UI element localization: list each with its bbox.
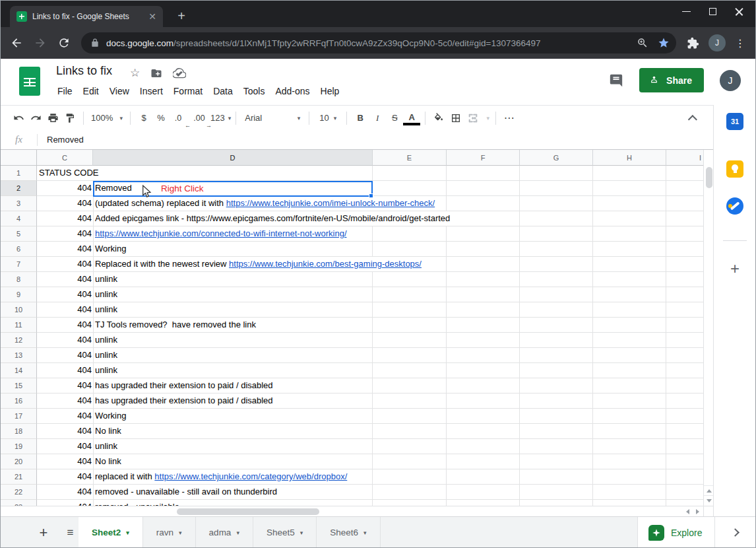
row-header-19[interactable]: 19 bbox=[1, 439, 37, 454]
bookmark-star-icon[interactable] bbox=[658, 37, 670, 49]
format-percent-button[interactable]: % bbox=[152, 110, 170, 127]
cell-link[interactable]: https://www.techjunkie.com/connected-to-… bbox=[95, 228, 347, 238]
back-icon[interactable] bbox=[10, 36, 23, 50]
cell-c23[interactable]: 404 bbox=[37, 500, 92, 506]
sheet-tab-sheet5[interactable]: Sheet5▾ bbox=[253, 517, 317, 548]
cell-c16[interactable]: 404 bbox=[37, 394, 92, 408]
menu-help[interactable]: Help bbox=[315, 83, 345, 100]
horizontal-scrollbar[interactable] bbox=[1, 506, 703, 516]
row-header-5[interactable]: 5 bbox=[1, 226, 37, 242]
cell-c9[interactable]: 404 bbox=[37, 287, 92, 302]
show-side-panel-button[interactable] bbox=[714, 517, 755, 548]
row-header-3[interactable]: 3 bbox=[1, 196, 37, 211]
cell-c2[interactable]: 404 bbox=[37, 181, 92, 195]
menu-format[interactable]: Format bbox=[168, 83, 208, 100]
cell-link[interactable]: https://www.techjunkie.com/imei-unlock-n… bbox=[226, 198, 435, 208]
sheet-tab-menu-icon[interactable]: ▾ bbox=[300, 530, 303, 536]
account-avatar[interactable]: J bbox=[720, 70, 741, 91]
cell-d5[interactable]: https://www.techjunkie.com/connected-to-… bbox=[95, 226, 348, 241]
keep-icon[interactable] bbox=[726, 160, 743, 178]
column-header-i[interactable]: I bbox=[666, 150, 703, 166]
cell-c22[interactable]: 404 bbox=[37, 485, 92, 499]
undo-button[interactable] bbox=[10, 110, 27, 127]
sheet-tab-menu-icon[interactable]: ▾ bbox=[363, 530, 367, 536]
cell-d9[interactable]: unlink bbox=[95, 287, 119, 302]
column-header-f[interactable]: F bbox=[447, 150, 520, 166]
cell-d6[interactable]: Working bbox=[95, 242, 127, 256]
cell-d16[interactable]: has upgraded their extension to paid / d… bbox=[95, 394, 274, 408]
collapse-toolbar-button[interactable] bbox=[685, 110, 703, 127]
sheet-tab-menu-icon[interactable]: ▾ bbox=[126, 530, 129, 536]
cell-d23[interactable]: removed - unavailable bbox=[95, 500, 181, 506]
row-header-18[interactable]: 18 bbox=[1, 424, 37, 439]
row-header-23[interactable]: 23 bbox=[1, 500, 37, 506]
reload-icon[interactable] bbox=[57, 36, 71, 50]
column-header-e[interactable]: E bbox=[373, 150, 447, 166]
menu-tools[interactable]: Tools bbox=[238, 83, 270, 100]
cell-c1[interactable]: STATUS CODE bbox=[39, 166, 100, 180]
add-sheet-button[interactable]: + bbox=[35, 524, 52, 541]
row-header-10[interactable]: 10 bbox=[1, 302, 37, 318]
explore-button[interactable]: Explore bbox=[637, 517, 714, 548]
row-header-13[interactable]: 13 bbox=[1, 348, 37, 363]
text-color-button[interactable]: A bbox=[403, 112, 420, 125]
row-header-14[interactable]: 14 bbox=[1, 363, 37, 378]
extensions-icon[interactable] bbox=[687, 37, 699, 50]
menu-insert[interactable]: Insert bbox=[135, 83, 168, 100]
move-to-folder-icon[interactable] bbox=[150, 67, 162, 79]
increase-decimal-button[interactable]: .00→ bbox=[191, 110, 208, 127]
row-header-17[interactable]: 17 bbox=[1, 409, 37, 424]
cell-c4[interactable]: 404 bbox=[37, 211, 92, 226]
chrome-menu-icon[interactable]: ⋮ bbox=[735, 37, 744, 50]
comment-history-icon[interactable] bbox=[609, 73, 623, 88]
cell-d10[interactable]: unlink bbox=[95, 302, 119, 317]
column-header-h[interactable]: H bbox=[593, 150, 666, 166]
scroll-left-button[interactable] bbox=[683, 506, 693, 516]
cell-c13[interactable]: 404 bbox=[37, 348, 92, 362]
bold-button[interactable]: B bbox=[352, 110, 369, 127]
row-header-11[interactable]: 11 bbox=[1, 318, 37, 333]
menu-view[interactable]: View bbox=[104, 83, 135, 100]
sheet-tab-adma[interactable]: adma▾ bbox=[196, 517, 253, 548]
font-family-select[interactable]: Arial▾ bbox=[241, 110, 304, 127]
cell-c10[interactable]: 404 bbox=[37, 302, 92, 317]
cell-c3[interactable]: 404 bbox=[37, 196, 92, 211]
menu-file[interactable]: File bbox=[52, 83, 78, 100]
cell-c6[interactable]: 404 bbox=[37, 242, 92, 256]
row-header-21[interactable]: 21 bbox=[1, 469, 37, 485]
column-header-g[interactable]: G bbox=[520, 150, 593, 166]
fill-color-button[interactable] bbox=[430, 110, 447, 127]
cell-d11[interactable]: TJ Tools removed? have removed the link bbox=[95, 318, 257, 332]
redo-button[interactable] bbox=[27, 110, 44, 127]
zoom-select[interactable]: 100%▾ bbox=[88, 110, 125, 127]
row-header-7[interactable]: 7 bbox=[1, 257, 37, 272]
window-minimize-button[interactable] bbox=[682, 11, 691, 13]
cell-c21[interactable]: 404 bbox=[37, 469, 92, 484]
sheet-tab-menu-icon[interactable]: ▾ bbox=[179, 530, 182, 536]
menu-edit[interactable]: Edit bbox=[78, 83, 104, 100]
formula-bar-value[interactable]: Removed bbox=[38, 135, 84, 145]
print-button[interactable] bbox=[44, 110, 61, 127]
column-header-d[interactable]: D bbox=[93, 150, 373, 166]
cell-d18[interactable]: No link bbox=[95, 424, 123, 438]
cell-c20[interactable]: 404 bbox=[37, 454, 92, 469]
row-header-15[interactable]: 15 bbox=[1, 378, 37, 394]
cell-d14[interactable]: unlink bbox=[95, 363, 119, 378]
italic-button[interactable]: I bbox=[369, 110, 386, 127]
menu-add-ons[interactable]: Add-ons bbox=[270, 83, 315, 100]
select-all-corner[interactable] bbox=[1, 150, 37, 166]
format-currency-button[interactable]: $ bbox=[135, 110, 152, 127]
row-header-20[interactable]: 20 bbox=[1, 454, 37, 469]
row-header-22[interactable]: 22 bbox=[1, 485, 37, 500]
cell-d7[interactable]: Replaced it with the newest review https… bbox=[95, 257, 423, 271]
cell-c5[interactable]: 404 bbox=[37, 226, 92, 241]
sheet-tab-ravn[interactable]: ravn▾ bbox=[143, 517, 196, 548]
browser-tab[interactable]: Links to fix - Google Sheets ✕ bbox=[10, 6, 163, 27]
merge-cells-button[interactable] bbox=[464, 110, 482, 127]
sheet-tab-sheet2[interactable]: Sheet2▾ bbox=[79, 517, 143, 548]
cell-link[interactable]: https://www.techjunkie.com/category/web/… bbox=[154, 471, 347, 481]
cell-c19[interactable]: 404 bbox=[37, 439, 92, 454]
sheet-tab-sheet6[interactable]: Sheet6▾ bbox=[317, 517, 380, 548]
cell-c7[interactable]: 404 bbox=[37, 257, 92, 271]
scroll-right-button[interactable] bbox=[693, 506, 703, 516]
